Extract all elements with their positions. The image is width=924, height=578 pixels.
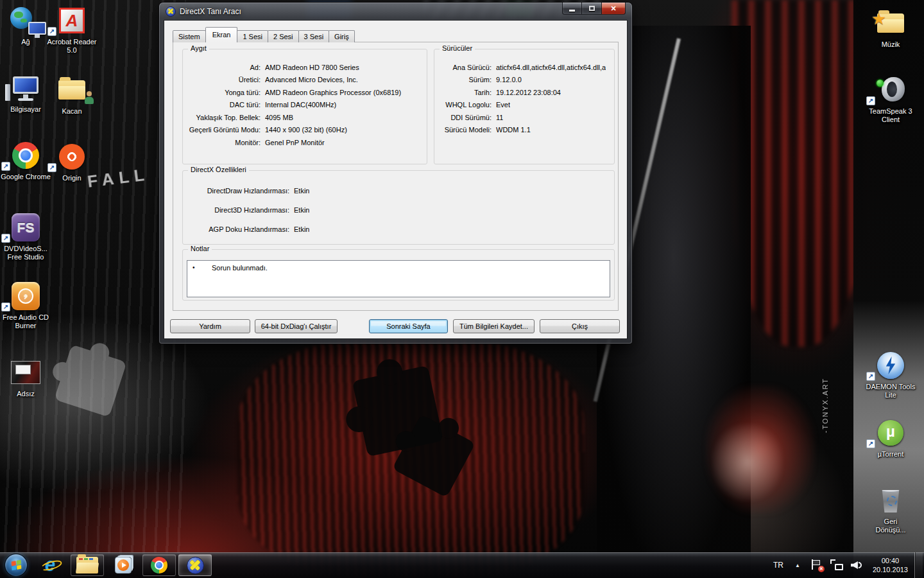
desktop-icon-label: Adsız (0, 390, 51, 398)
window-title: DirectX Tanı Aracı (180, 7, 241, 16)
run-64bit-dxdiag-button[interactable]: 64-bit DxDiag'ı Çalıştır (255, 319, 338, 333)
dx-feature-row: DirectDraw Hızlandırması:Etkin (187, 181, 610, 200)
field-value: aticfx64.dll,aticfx64.dll,aticfx64.dll,a (496, 64, 606, 71)
shortcut-arrow-icon (1, 162, 10, 171)
desktop-icon-kacan-folder[interactable]: Kacan (46, 74, 98, 116)
status-dot-icon (877, 80, 884, 87)
directx-features-group: DirectX Özellikleri DirectDraw Hızlandır… (182, 170, 615, 245)
desktop-icon-acrobat-reader[interactable]: Acrobat Reader 5.0 (46, 5, 98, 55)
tab-giris[interactable]: Giriş (329, 30, 355, 42)
puzzle-piece-silhouette (352, 365, 443, 457)
shortcut-arrow-icon (47, 27, 56, 36)
window-client-area: Sistem Ekran 1 Sesi 2 Sesi 3 Sesi Giriş … (164, 21, 627, 338)
desktop-icon-origin[interactable]: Origin (46, 141, 98, 182)
system-tray: TR ▲ ✕ 00:40 20.10.2013 (767, 552, 924, 578)
title-bar[interactable]: DirectX Tanı Aracı (159, 3, 632, 21)
field-label: Üretici: (187, 76, 265, 83)
field-label: DAC türü: (187, 101, 265, 109)
teamspeak-icon (877, 76, 905, 104)
tab-strip: Sistem Ekran 1 Sesi 2 Sesi 3 Sesi Giriş (173, 27, 354, 42)
save-all-information-button[interactable]: Tüm Bilgileri Kaydet... (453, 319, 535, 333)
notes-list[interactable]: • Sorun bulunmadı. (187, 260, 610, 297)
field-label: DirectDraw Hızlandırması: (187, 187, 294, 195)
network-tray-icon[interactable] (830, 559, 843, 571)
field-value: Evet (496, 101, 510, 109)
taskbar-item-explorer[interactable] (71, 554, 104, 576)
free-studio-icon (12, 213, 40, 241)
language-indicator[interactable]: TR (767, 561, 789, 570)
explorer-folder-icon (76, 557, 98, 574)
drivers-group: Sürücüler Ana Sürücü:aticfx64.dll,aticfx… (434, 49, 615, 164)
device-row: Yonga türü:AMD Radeon Graphics Processor… (187, 86, 423, 99)
origin-icon (59, 144, 85, 170)
minimize-button[interactable] (562, 3, 582, 15)
close-button[interactable]: ✕ (601, 3, 626, 15)
action-center-flag-icon[interactable]: ✕ (810, 559, 823, 571)
show-hidden-icons-arrow[interactable]: ▲ (789, 563, 806, 568)
driver-row: DDI Sürümü:11 (438, 111, 610, 124)
field-label: Ad: (187, 64, 265, 71)
group-title: DirectX Özellikleri (188, 166, 249, 173)
acrobat-icon (59, 8, 85, 33)
desktop-icon-daemon-tools[interactable]: DAEMON Tools Lite (865, 350, 916, 399)
desktop-icon-label: TeamSpeak 3 Client (865, 107, 916, 124)
wallpaper-hand (712, 424, 783, 501)
desktop-icon-network[interactable]: Ağ (0, 5, 51, 46)
desktop-icon-recycle-bin[interactable]: Geri Dönüşü... (865, 485, 916, 534)
tab-1-sesi[interactable]: 1 Sesi (237, 30, 268, 42)
field-label: Ana Sürücü: (438, 64, 496, 71)
desktop-icon-label: Bilgisayar (0, 105, 51, 114)
desktop-icon-utorrent[interactable]: µTorrent (865, 417, 916, 459)
desktop-icon-label: Google Chrome (0, 173, 51, 181)
taskbar-item-media-player[interactable] (107, 554, 140, 576)
field-value: Advanced Micro Devices, Inc. (265, 76, 358, 83)
shortcut-arrow-icon (866, 372, 875, 381)
chrome-icon (151, 557, 167, 574)
tab-ekran[interactable]: Ekran (205, 27, 238, 42)
next-page-button[interactable]: Sonraki Sayfa (369, 319, 448, 333)
clock-date: 20.10.2013 (873, 565, 908, 574)
desktop-icon-label: Kacan (46, 107, 98, 116)
device-row: DAC türü:Internal DAC(400MHz) (187, 99, 423, 112)
desktop-icon-teamspeak[interactable]: TeamSpeak 3 Client (865, 74, 916, 124)
notes-group: Notlar • Sorun bulunmadı. (182, 249, 615, 301)
desktop-icon-label: Müzik (865, 40, 916, 49)
taskbar-clock[interactable]: 00:40 20.10.2013 (868, 556, 914, 574)
desktop-icon-label: Origin (46, 174, 98, 182)
taskbar-item-chrome[interactable] (142, 554, 176, 576)
field-value: 924 x 578 (32 bit) (60Hz) (265, 126, 347, 134)
desktop-icon-cd-burner[interactable]: Free Audio CD Burner (0, 281, 51, 330)
taskbar-item-dxdiag[interactable] (178, 554, 212, 576)
taskbar-item-internet-explorer[interactable]: e (35, 554, 68, 576)
dxdiag-window: DirectX Tanı Aracı ✕ Sistem Ekran 1 Sesi… (159, 3, 632, 344)
desktop-icon-google-chrome[interactable]: Google Chrome (0, 140, 51, 181)
help-button[interactable]: Yardım (170, 319, 250, 333)
dx-feature-row: Direct3D Hızlandırması:Etkin (187, 200, 610, 220)
desktop-icon-computer[interactable]: Bilgisayar (0, 73, 51, 114)
maximize-button[interactable] (582, 3, 601, 15)
start-button[interactable] (3, 553, 30, 577)
media-player-icon (115, 557, 132, 574)
desktop-icon-free-studio[interactable]: DVDVideoS... Free Studio (0, 212, 51, 261)
tab-2-sesi[interactable]: 2 Sesi (268, 30, 299, 42)
internet-explorer-icon: e (42, 556, 61, 575)
tab-3-sesi[interactable]: 3 Sesi (298, 30, 330, 42)
driver-row: Tarih:19.12.2012 23:08:04 (438, 86, 610, 99)
desktop-icon-muzik-folder[interactable]: Müzik (865, 8, 916, 49)
volume-tray-icon[interactable] (851, 559, 864, 571)
field-label: Yonga türü: (187, 89, 265, 96)
show-desktop-button[interactable] (914, 552, 923, 578)
field-value: WDDM 1.1 (496, 126, 531, 134)
field-value: 4095 MB (265, 114, 293, 121)
desktop-icon-label: DVDVideoS... Free Studio (0, 245, 51, 261)
tab-sistem[interactable]: Sistem (173, 30, 206, 42)
desktop-icon-adsiz[interactable]: Adsız (0, 357, 51, 398)
exit-button[interactable]: Çıkış (540, 319, 620, 333)
device-row: Yaklaşık Top. Bellek:4095 MB (187, 111, 423, 124)
daemon-tools-icon (877, 352, 904, 379)
field-label: Direct3D Hızlandırması: (187, 206, 294, 214)
folder-user-icon (84, 91, 94, 104)
directx-icon (187, 557, 204, 574)
clock-time: 00:40 (873, 556, 908, 565)
field-value: Etkin (294, 206, 309, 214)
